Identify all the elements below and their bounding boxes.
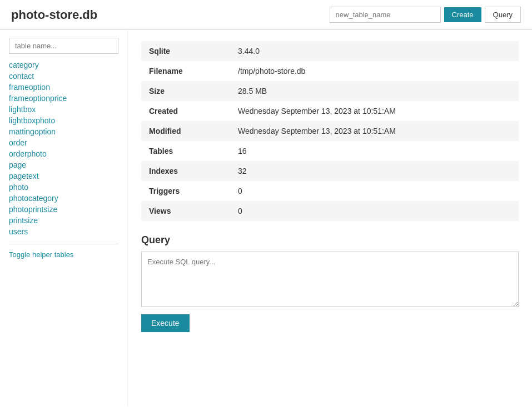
sidebar-table-link[interactable]: users [9, 226, 118, 237]
list-item: category [9, 59, 118, 71]
info-label: Sqlite [141, 41, 230, 61]
table-row: Triggers0 [141, 181, 519, 201]
list-item: contact [9, 71, 118, 82]
info-value: 32 [230, 161, 519, 181]
sidebar-table-link[interactable]: order [9, 137, 118, 148]
info-value: Wednesday September 13, 2023 at 10:51:AM [230, 101, 519, 121]
sidebar-table-link[interactable]: photo [9, 182, 118, 193]
info-label: Views [141, 201, 230, 221]
query-heading: Query [141, 234, 519, 246]
info-label: Created [141, 101, 230, 121]
sidebar-table-link[interactable]: frameoption [9, 82, 118, 93]
list-item: lightbox [9, 104, 118, 115]
info-table: Sqlite3.44.0Filename/tmp/photo-store.dbS… [141, 41, 519, 221]
table-row: Tables16 [141, 141, 519, 161]
info-label: Tables [141, 141, 230, 161]
table-list: categorycontactframeoptionframeoptionpri… [9, 59, 118, 237]
table-row: CreatedWednesday September 13, 2023 at 1… [141, 101, 519, 121]
list-item: photo [9, 182, 118, 193]
sidebar-table-link[interactable]: category [9, 59, 118, 71]
sidebar: categorycontactframeoptionframeoptionpri… [0, 30, 128, 406]
sidebar-table-link[interactable]: mattingoption [9, 126, 118, 137]
info-value: Wednesday September 13, 2023 at 10:51:AM [230, 121, 519, 141]
execute-button[interactable]: Execute [141, 314, 190, 332]
table-row: Filename/tmp/photo-store.db [141, 61, 519, 81]
info-value: 0 [230, 201, 519, 221]
list-item: mattingoption [9, 126, 118, 137]
info-value: 3.44.0 [230, 41, 519, 61]
query-button[interactable]: Query [485, 7, 521, 23]
list-item: photocategory [9, 193, 118, 204]
list-item: order [9, 137, 118, 148]
list-item: orderphoto [9, 148, 118, 159]
sidebar-table-link[interactable]: printsize [9, 215, 118, 226]
sidebar-table-link[interactable]: photocategory [9, 193, 118, 204]
layout: categorycontactframeoptionframeoptionpri… [0, 30, 532, 406]
table-row: ModifiedWednesday September 13, 2023 at … [141, 121, 519, 141]
info-value: 16 [230, 141, 519, 161]
info-label: Filename [141, 61, 230, 81]
info-label: Triggers [141, 181, 230, 201]
info-label: Indexes [141, 161, 230, 181]
table-row: Size28.5 MB [141, 81, 519, 101]
header: photo-store.db Create Query [0, 0, 532, 30]
query-section: Query Execute [141, 234, 519, 332]
app-title: photo-store.db [11, 8, 97, 22]
info-value: /tmp/photo-store.db [230, 61, 519, 81]
table-row: Sqlite3.44.0 [141, 41, 519, 61]
main-content: Sqlite3.44.0Filename/tmp/photo-store.dbS… [128, 30, 532, 406]
new-table-input[interactable] [330, 7, 441, 23]
table-row: Indexes32 [141, 161, 519, 181]
sidebar-table-link[interactable]: frameoptionprice [9, 93, 118, 104]
sidebar-table-link[interactable]: photoprintsize [9, 204, 118, 215]
sidebar-table-link[interactable]: lightboxphoto [9, 115, 118, 126]
query-textarea[interactable] [141, 252, 519, 307]
list-item: photoprintsize [9, 204, 118, 215]
info-value: 28.5 MB [230, 81, 519, 101]
info-label: Size [141, 81, 230, 101]
sidebar-table-link[interactable]: contact [9, 71, 118, 82]
toggle-helper-button[interactable]: Toggle helper tables [9, 250, 73, 259]
list-item: page [9, 159, 118, 170]
sidebar-table-link[interactable]: pagetext [9, 170, 118, 182]
list-item: lightboxphoto [9, 115, 118, 126]
list-item: printsize [9, 215, 118, 226]
sidebar-table-link[interactable]: lightbox [9, 104, 118, 115]
list-item: users [9, 226, 118, 237]
header-controls: Create Query [330, 7, 521, 23]
info-label: Modified [141, 121, 230, 141]
list-item: pagetext [9, 170, 118, 182]
info-value: 0 [230, 181, 519, 201]
list-item: frameoption [9, 82, 118, 93]
sidebar-table-link[interactable]: page [9, 159, 118, 170]
sidebar-table-link[interactable]: orderphoto [9, 148, 118, 159]
create-button[interactable]: Create [444, 7, 481, 22]
sidebar-divider [9, 244, 118, 244]
table-row: Views0 [141, 201, 519, 221]
table-search-input[interactable] [9, 38, 118, 54]
list-item: frameoptionprice [9, 93, 118, 104]
